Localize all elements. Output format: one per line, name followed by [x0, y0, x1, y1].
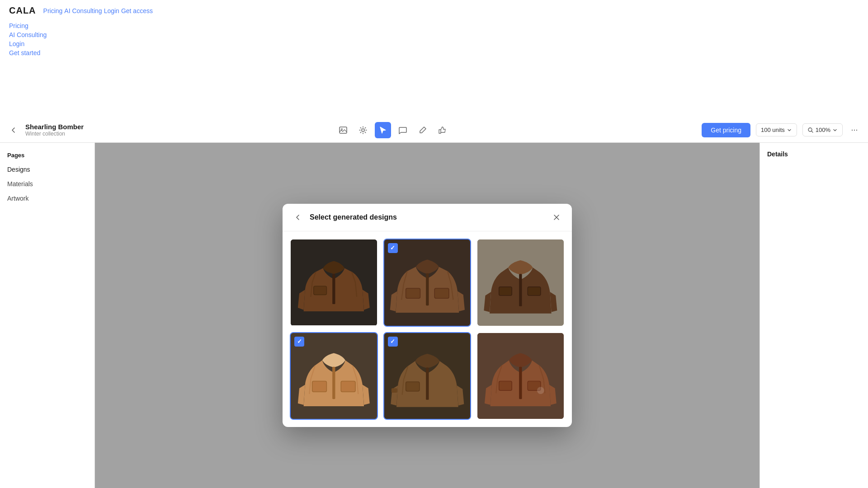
nav-login[interactable]: Login — [104, 7, 119, 14]
design-card-5[interactable]: ✓ — [383, 332, 472, 420]
get-pricing-button[interactable]: Get pricing — [702, 123, 750, 137]
nav2-login[interactable]: Login — [9, 40, 859, 47]
modal-header: Select generated designs — [283, 204, 572, 231]
toolbar-right: Get pricing 100 units 100% ··· — [702, 123, 861, 137]
svg-rect-21 — [406, 382, 419, 391]
modal-overlay: Select generated designs — [95, 143, 760, 488]
modal-grid: ✓ — [283, 231, 572, 427]
svg-rect-8 — [426, 273, 429, 306]
top-nav-area: CALA Pricing AI Consulting Login Get acc… — [0, 0, 868, 117]
project-info: Shearling Bomber Winter collection — [25, 123, 84, 137]
like-tool-button[interactable] — [434, 122, 451, 138]
project-title: Shearling Bomber — [25, 123, 84, 131]
svg-rect-24 — [519, 366, 522, 399]
canvas-area: Start designing Select generated designs — [95, 143, 760, 488]
right-sidebar-title: Details — [767, 150, 788, 158]
nav-links: Pricing AI Consulting Login Get access — [43, 7, 153, 14]
svg-rect-10 — [434, 288, 449, 298]
modal-back-button[interactable] — [292, 211, 304, 224]
pencil-tool-button[interactable] — [415, 122, 431, 138]
design-card-1[interactable] — [290, 239, 378, 327]
svg-rect-6 — [314, 286, 327, 295]
nav2-get-started[interactable]: Get started — [9, 49, 859, 56]
design-card-6[interactable] — [476, 332, 565, 420]
units-dropdown[interactable]: 100 units — [756, 123, 797, 136]
svg-rect-12 — [519, 274, 522, 306]
zoom-dropdown[interactable]: 100% — [802, 123, 843, 136]
right-sidebar: Details — [760, 143, 868, 488]
sidebar: Pages Designs Materials Artwork — [0, 143, 95, 488]
design-card-3[interactable] — [476, 239, 565, 327]
svg-rect-13 — [528, 287, 541, 296]
svg-point-2 — [362, 129, 364, 131]
top-nav-row1: CALA Pricing AI Consulting Login Get acc… — [9, 5, 859, 16]
modal-close-button[interactable] — [550, 211, 563, 224]
units-label: 100 units — [761, 127, 785, 133]
svg-point-1 — [341, 128, 342, 130]
svg-rect-17 — [312, 381, 327, 392]
zoom-label: 100% — [816, 127, 830, 133]
sidebar-item-materials[interactable]: Materials — [0, 177, 94, 191]
svg-rect-9 — [406, 288, 420, 298]
check-badge-2: ✓ — [388, 243, 398, 253]
toolbar-center — [89, 122, 696, 138]
app-toolbar: Shearling Bomber Winter collection — [0, 117, 868, 143]
nav-pricing[interactable]: Pricing — [43, 7, 63, 14]
svg-rect-18 — [341, 381, 355, 392]
svg-rect-22 — [392, 388, 397, 393]
sidebar-section-header: Pages — [0, 150, 94, 162]
design-card-4[interactable]: ✓ — [290, 332, 378, 420]
svg-rect-26 — [499, 381, 512, 390]
svg-rect-14 — [499, 287, 512, 296]
nav-ai-consulting[interactable]: AI Consulting — [64, 7, 102, 14]
more-options-button[interactable]: ··· — [848, 124, 861, 136]
svg-rect-20 — [426, 367, 429, 400]
sidebar-item-designs[interactable]: Designs — [0, 162, 94, 177]
main-content: Pages Designs Materials Artwork Start de… — [0, 143, 868, 488]
logo: CALA — [9, 5, 36, 16]
svg-rect-5 — [332, 274, 335, 304]
settings-tool-button[interactable] — [355, 122, 371, 138]
image-tool-button[interactable] — [335, 122, 351, 138]
modal: Select generated designs — [283, 204, 572, 427]
svg-rect-0 — [340, 127, 347, 133]
nav2-pricing[interactable]: Pricing — [9, 22, 859, 29]
nav-get-access[interactable]: Get access — [121, 7, 153, 14]
svg-point-27 — [537, 387, 544, 394]
design-card-2[interactable]: ✓ — [383, 239, 472, 327]
project-subtitle: Winter collection — [25, 131, 84, 137]
top-nav-secondary: Pricing AI Consulting Login Get started — [9, 22, 859, 56]
nav2-ai-consulting[interactable]: AI Consulting — [9, 31, 859, 38]
svg-rect-16 — [332, 366, 335, 399]
select-tool-button[interactable] — [375, 122, 391, 138]
back-button[interactable] — [7, 124, 20, 136]
modal-title: Select generated designs — [310, 213, 545, 221]
comment-tool-button[interactable] — [395, 122, 411, 138]
check-badge-5: ✓ — [388, 337, 398, 347]
app-container: Shearling Bomber Winter collection — [0, 117, 868, 488]
check-badge-4: ✓ — [294, 337, 304, 347]
sidebar-item-artwork[interactable]: Artwork — [0, 191, 94, 206]
